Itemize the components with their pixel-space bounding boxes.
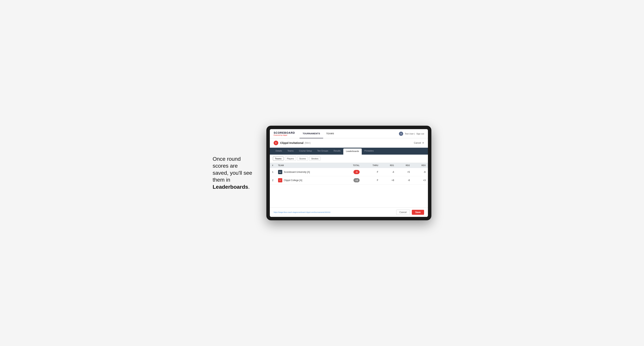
app-footer: https://stage-blue-coach.stagescoerboard… xyxy=(270,207,428,217)
tab-teams[interactable]: Teams xyxy=(285,148,296,155)
row1-rank: 1 xyxy=(270,168,276,176)
sign-out-link[interactable]: Sign out xyxy=(416,133,424,135)
top-nav: SCOREBOARD Powered by clippd TOURNAMENTS… xyxy=(270,129,428,138)
tournament-title: Clippd Invitational xyxy=(280,141,304,145)
col-total: TOTAL xyxy=(342,163,362,168)
row1-team-name: Scoreboard University [A] xyxy=(284,171,310,173)
nav-right: S Test User | Sign out xyxy=(399,132,424,136)
col-rd2: RD2 xyxy=(396,163,412,168)
tab-printables[interactable]: Printables xyxy=(362,148,376,155)
tablet-device: SCOREBOARD Powered by clippd TOURNAMENTS… xyxy=(266,126,432,220)
table-header: # TEAM TOTAL THRU RD1 RD2 RD3 xyxy=(270,163,428,168)
row2-rank: 2 xyxy=(270,176,276,184)
logo-area: SCOREBOARD Powered by clippd xyxy=(274,131,295,136)
row2-total-badge: +3 xyxy=(354,178,360,182)
col-thru: THRU xyxy=(362,163,380,168)
tournament-subtitle: (Men) xyxy=(304,142,310,144)
col-rd3: RD3 xyxy=(412,163,428,168)
tab-results[interactable]: Results xyxy=(331,148,343,155)
tab-course-setup[interactable]: Course Setup xyxy=(296,148,314,155)
cancel-button[interactable]: Cancel xyxy=(396,210,410,215)
table-body: 1 SU Scoreboard University [A] -5 F -4 xyxy=(270,168,428,184)
row2-total: +3 xyxy=(342,176,362,184)
user-name: Test User | xyxy=(405,133,415,135)
row1-rd2: +5 xyxy=(396,168,412,176)
row1-thru: F xyxy=(362,168,380,176)
logo-text: SCOREBOARD xyxy=(274,131,295,134)
filter-scores[interactable]: Scores xyxy=(297,157,308,161)
side-text-line4: them in xyxy=(212,177,230,183)
url-bar: https://stage-blue-coach.stagescoerboard… xyxy=(274,211,394,213)
table-row: 1 SU Scoreboard University [A] -5 F -4 xyxy=(270,168,428,176)
table-header-row: # TEAM TOTAL THRU RD1 RD2 RD3 xyxy=(270,163,428,168)
nav-teams[interactable]: TEAMS xyxy=(323,129,337,138)
side-text-line3: saved, you'll see xyxy=(212,170,252,176)
side-text-bold: Leaderboards xyxy=(212,184,248,190)
row1-rd1: -4 xyxy=(380,168,396,176)
row2-team: C Clippd College [A] xyxy=(276,176,342,184)
filter-players[interactable]: Players xyxy=(285,157,296,161)
row2-rd3: +3 xyxy=(412,176,428,184)
tab-leaderboards[interactable]: Leaderboards xyxy=(343,149,362,155)
row2-thru: F xyxy=(362,176,380,184)
filter-strokes[interactable]: Strokes xyxy=(309,157,320,161)
row2-team-logo: C xyxy=(278,178,282,182)
side-text-line1: Once round xyxy=(212,156,241,162)
tab-bar: Details Teams Course Setup Tee Groups Re… xyxy=(270,148,428,155)
cancel-x-button[interactable]: Cancel ✕ xyxy=(414,142,424,144)
tablet-screen: SCOREBOARD Powered by clippd TOURNAMENTS… xyxy=(270,129,428,217)
row2-team-name: Clippd College [A] xyxy=(284,179,302,182)
tab-details[interactable]: Details xyxy=(273,148,285,155)
tab-tee-groups[interactable]: Tee Groups xyxy=(314,148,331,155)
side-text-line2: scores are xyxy=(212,163,238,169)
save-button[interactable]: Save xyxy=(412,210,424,215)
filter-bar: Teams Players Scores Strokes xyxy=(270,155,428,163)
leaderboard-table: # TEAM TOTAL THRU RD1 RD2 RD3 1 xyxy=(270,163,428,184)
user-avatar: S xyxy=(399,132,403,136)
col-rd1: RD1 xyxy=(380,163,396,168)
col-team: TEAM xyxy=(276,163,342,168)
row1-total: -5 xyxy=(342,168,362,176)
row1-rd3: -6 xyxy=(412,168,428,176)
side-text-end: . xyxy=(248,184,250,190)
row2-rd2: -8 xyxy=(396,176,412,184)
nav-tournaments[interactable]: TOURNAMENTS xyxy=(300,129,323,138)
tournament-header: C Clippd Invitational (Men) Cancel ✕ xyxy=(270,138,428,148)
col-rank: # xyxy=(270,163,276,168)
powered-by: Powered by clippd xyxy=(274,134,295,136)
filter-teams[interactable]: Teams xyxy=(273,157,284,161)
table-row: 2 C Clippd College [A] +3 F +8 -8 xyxy=(270,176,428,184)
tournament-icon: C xyxy=(274,141,278,145)
row2-team-cell: C Clippd College [A] xyxy=(278,178,339,182)
nav-links: TOURNAMENTS TEAMS xyxy=(300,129,399,138)
side-description: Once round scores are saved, you'll see … xyxy=(212,156,255,190)
page-wrapper: Once round scores are saved, you'll see … xyxy=(207,126,437,220)
row1-team: SU Scoreboard University [A] xyxy=(276,168,342,176)
row1-team-cell: SU Scoreboard University [A] xyxy=(278,170,339,174)
row1-team-logo: SU xyxy=(278,170,282,174)
close-icon[interactable]: ✕ xyxy=(422,142,424,144)
row2-rd1: +8 xyxy=(380,176,396,184)
empty-area xyxy=(270,184,428,207)
row1-total-badge: -5 xyxy=(354,170,360,174)
